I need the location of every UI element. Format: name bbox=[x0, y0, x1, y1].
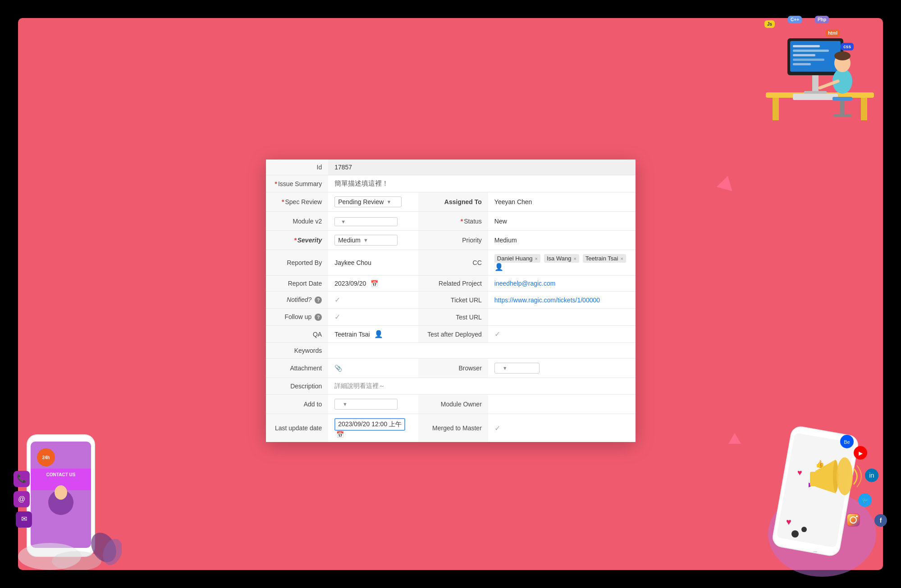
notified-ticketurl-row: Notified? ? ✓ Ticket URL https://www.rag… bbox=[266, 292, 636, 309]
follow-up-check[interactable]: ✓ bbox=[328, 309, 418, 326]
keywords-value[interactable] bbox=[328, 343, 635, 359]
last-update-date-input[interactable]: 2023/09/20 12:00 上午 bbox=[334, 418, 405, 431]
ticket-url-label: Ticket URL bbox=[418, 292, 488, 309]
svg-text:in: in bbox=[869, 472, 874, 479]
id-label: Id bbox=[266, 160, 329, 175]
main-form-card: Id 17857 Issue Summary 簡單描述填這裡！ Spec Rev… bbox=[266, 160, 636, 442]
report-date-value[interactable]: 2023/09/20 📅 bbox=[328, 276, 418, 292]
related-project-value[interactable]: ineedhelp@ragic.com bbox=[488, 276, 636, 292]
test-url-value[interactable] bbox=[488, 309, 636, 326]
test-after-deployed-check[interactable]: ✓ bbox=[488, 326, 636, 343]
module-v2-select[interactable]: ▼ bbox=[334, 217, 398, 226]
cc-tag-daniel-remove[interactable]: × bbox=[535, 256, 538, 261]
cc-add-person-icon[interactable]: 👤 bbox=[494, 263, 503, 271]
issue-summary-label: Issue Summary bbox=[266, 175, 329, 192]
priority-value: Medium bbox=[488, 231, 636, 250]
test-deployed-checkmark: ✓ bbox=[494, 330, 500, 338]
cpp-tag-icon: C++ bbox=[788, 16, 802, 23]
qa-value: Teetrain Tsai 👤 bbox=[328, 326, 418, 343]
svg-rect-4 bbox=[804, 91, 827, 94]
add-to-chevron: ▼ bbox=[343, 401, 348, 407]
cc-label: CC bbox=[418, 250, 488, 276]
cc-tag-isa-remove[interactable]: × bbox=[573, 256, 576, 261]
attachment-clip-icon[interactable]: 📎 bbox=[334, 365, 342, 372]
svg-rect-63 bbox=[847, 514, 860, 526]
add-to-select[interactable]: ▼ bbox=[334, 399, 398, 410]
add-to-module-owner-row: Add to ▼ Module Owner bbox=[266, 395, 636, 414]
report-date-related-row: Report Date 2023/09/20 📅 Related Project… bbox=[266, 276, 636, 292]
spec-review-label: Spec Review bbox=[266, 192, 329, 212]
module-v2-value[interactable]: ▼ bbox=[328, 212, 418, 231]
follow-up-help-icon[interactable]: ? bbox=[315, 314, 322, 321]
browser-select[interactable]: ▼ bbox=[494, 363, 540, 374]
svg-rect-18 bbox=[840, 100, 845, 114]
test-url-label: Test URL bbox=[418, 309, 488, 326]
description-label: Description bbox=[266, 378, 329, 395]
merged-to-master-label: Merged to Master bbox=[418, 414, 488, 442]
module-status-row: Module v2 ▼ Status New bbox=[266, 212, 636, 231]
notified-checkmark: ✓ bbox=[334, 296, 340, 304]
last-update-date-label: Last update date bbox=[266, 414, 329, 442]
reported-by-value: Jaykee Chou bbox=[328, 250, 418, 276]
svg-text:✉: ✉ bbox=[21, 515, 27, 523]
browser-value[interactable]: ▼ bbox=[488, 359, 636, 378]
assigned-to-value: Yeeyan Chen bbox=[488, 192, 636, 212]
issue-summary-value[interactable]: 簡單描述填這裡！ bbox=[328, 175, 635, 192]
cc-tag-teetrain-remove[interactable]: × bbox=[620, 256, 623, 261]
cc-tag-isa: Isa Wang × bbox=[544, 254, 579, 263]
svg-text:🐦: 🐦 bbox=[862, 497, 869, 504]
megaphone-illustration: ♥ 👍 ▶ ▶ in 🐦 Be ♥ ... f bbox=[757, 417, 887, 579]
add-to-label: Add to bbox=[266, 395, 329, 414]
svg-text:24h: 24h bbox=[42, 455, 50, 460]
svg-point-65 bbox=[856, 515, 858, 517]
spec-review-chevron: ▼ bbox=[386, 199, 391, 205]
php-tag-icon: Php bbox=[815, 16, 829, 23]
svg-point-47 bbox=[837, 457, 853, 495]
calendar-icon[interactable]: 📅 bbox=[370, 280, 378, 287]
spec-review-select[interactable]: Pending Review ▼ bbox=[334, 196, 402, 207]
attachment-value[interactable]: 📎 bbox=[328, 359, 418, 378]
svg-point-35 bbox=[52, 551, 101, 570]
qa-label: QA bbox=[266, 326, 329, 343]
last-update-calendar-icon[interactable]: 📅 bbox=[336, 431, 344, 438]
last-update-merged-row: Last update date 2023/09/20 12:00 上午 📅 M… bbox=[266, 414, 636, 442]
svg-point-15 bbox=[834, 51, 851, 60]
svg-rect-10 bbox=[793, 59, 824, 61]
notified-help-icon[interactable]: ? bbox=[315, 296, 322, 304]
description-value[interactable]: 詳細說明看這裡～ bbox=[328, 378, 635, 395]
spec-review-value[interactable]: Pending Review ▼ bbox=[328, 192, 418, 212]
browser-chevron: ▼ bbox=[503, 365, 508, 371]
svg-rect-9 bbox=[793, 54, 815, 56]
module-v2-label: Module v2 bbox=[266, 212, 329, 231]
svg-rect-3 bbox=[812, 74, 819, 93]
spec-assigned-row: Spec Review Pending Review ▼ Assigned To… bbox=[266, 192, 636, 212]
ticket-url-link[interactable]: https://www.ragic.com/tickets/1/00000 bbox=[494, 296, 600, 304]
description-row: Description 詳細說明看這裡～ bbox=[266, 378, 636, 395]
priority-label: Priority bbox=[418, 231, 488, 250]
svg-rect-12 bbox=[793, 94, 838, 100]
svg-rect-45 bbox=[810, 472, 817, 486]
browser-label: Browser bbox=[418, 359, 488, 378]
status-label: Status bbox=[418, 212, 488, 231]
svg-text:📞: 📞 bbox=[17, 474, 27, 483]
svg-rect-17 bbox=[832, 97, 852, 100]
svg-text:Be: Be bbox=[844, 439, 850, 445]
issue-summary-row: Issue Summary 簡單描述填這裡！ bbox=[266, 175, 636, 192]
ticket-url-value[interactable]: https://www.ragic.com/tickets/1/00000 bbox=[488, 292, 636, 309]
notified-check[interactable]: ✓ bbox=[328, 292, 418, 309]
add-to-value[interactable]: ▼ bbox=[328, 395, 418, 414]
merged-to-master-checkmark: ✓ bbox=[494, 424, 500, 432]
related-project-link[interactable]: ineedhelp@ragic.com bbox=[494, 280, 556, 287]
keywords-row: Keywords bbox=[266, 343, 636, 359]
severity-value[interactable]: Medium ▼ bbox=[328, 231, 418, 250]
reported-cc-row: Reported By Jaykee Chou CC Daniel Huang … bbox=[266, 250, 636, 276]
merged-to-master-check[interactable]: ✓ bbox=[488, 414, 636, 442]
id-row: Id 17857 bbox=[266, 160, 636, 175]
last-update-date-value[interactable]: 2023/09/20 12:00 上午 📅 bbox=[328, 414, 418, 442]
html-tag-icon: html bbox=[825, 29, 840, 37]
severity-select[interactable]: Medium ▼ bbox=[334, 235, 398, 246]
form-table: Id 17857 Issue Summary 簡單描述填這裡！ Spec Rev… bbox=[266, 160, 636, 442]
test-after-deployed-label: Test after Deployed bbox=[418, 326, 488, 343]
svg-rect-11 bbox=[793, 63, 811, 65]
qa-person-icon[interactable]: 👤 bbox=[374, 330, 383, 338]
